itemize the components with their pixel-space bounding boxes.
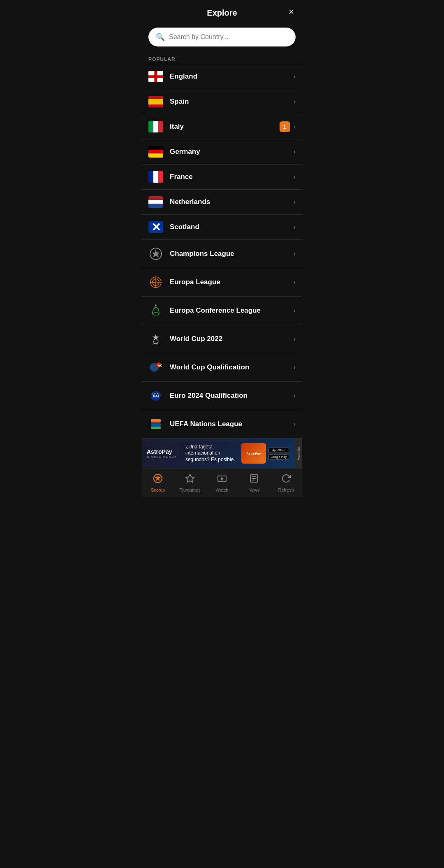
item-name: UEFA Nations League xyxy=(170,420,294,428)
item-name: Europa League xyxy=(170,278,294,286)
chevron-right-icon: › xyxy=(294,173,296,181)
list-item[interactable]: Spain › xyxy=(142,89,302,114)
chevron-right-icon: › xyxy=(294,250,296,258)
chevron-right-icon: › xyxy=(294,279,296,286)
svg-point-8 xyxy=(155,304,157,306)
scores-icon xyxy=(153,473,163,486)
svg-marker-22 xyxy=(186,474,194,482)
list-item[interactable]: UEFA Nations League › xyxy=(142,410,302,439)
refresh-icon xyxy=(281,473,291,486)
svg-text:2024: 2024 xyxy=(153,395,159,398)
chevron-right-icon: › xyxy=(294,98,296,105)
chevron-right-icon: › xyxy=(294,148,296,155)
item-name: Scotland xyxy=(170,223,294,231)
ad-store-badges: App Store Google Play xyxy=(268,448,289,460)
ad-tagline: SIMPLE MONEY xyxy=(147,455,177,459)
scotland-flag-icon xyxy=(148,221,163,233)
list-item[interactable]: EURO 2024 Euro 2024 Qualification › xyxy=(142,382,302,410)
nav-item-refresh[interactable]: Refresh xyxy=(270,469,302,497)
list-item[interactable]: World Cup 2022 › xyxy=(142,325,302,353)
list-item[interactable]: England › xyxy=(142,64,302,89)
item-name: Germany xyxy=(170,148,294,156)
nav-item-watch[interactable]: Watch xyxy=(206,469,238,497)
list-item[interactable]: Netherlands › xyxy=(142,190,302,215)
england-flag-icon xyxy=(148,71,163,82)
ad-text: ¿Una tarjeta internacional en segundos? … xyxy=(185,444,241,463)
svg-rect-18 xyxy=(151,423,161,427)
item-name: Italy xyxy=(170,123,280,131)
chevron-right-icon: › xyxy=(294,364,296,371)
nav-item-scores[interactable]: Scores xyxy=(142,469,174,497)
item-name: England xyxy=(170,72,294,81)
bottom-navigation: Scores Favourites Watch News xyxy=(142,468,302,497)
euro-2024-icon: EURO 2024 xyxy=(148,388,163,403)
ad-card-image: AstroPay xyxy=(241,443,266,464)
svg-rect-19 xyxy=(151,427,161,429)
item-name: France xyxy=(170,173,294,181)
list-item[interactable]: Europa League › xyxy=(142,268,302,297)
item-name: Champions League xyxy=(170,250,294,258)
world-cup-qual-icon: WC xyxy=(148,360,163,375)
nav-label-favourites: Favourites xyxy=(179,487,200,492)
item-name: Netherlands xyxy=(170,198,294,206)
chevron-right-icon: › xyxy=(294,420,296,428)
world-cup-icon xyxy=(148,332,163,346)
ad-banner[interactable]: AstroPay SIMPLE MONEY ¿Una tarjeta inter… xyxy=(142,439,302,468)
ad-label-container: Publicidad xyxy=(295,439,302,468)
france-flag-icon xyxy=(148,171,163,183)
svg-marker-1 xyxy=(152,250,160,258)
svg-text:WC: WC xyxy=(157,364,162,367)
list-item[interactable]: Europa Conference League › xyxy=(142,297,302,325)
svg-marker-24 xyxy=(221,477,224,480)
svg-rect-10 xyxy=(153,343,158,344)
champions-league-icon xyxy=(148,246,163,261)
europa-league-icon xyxy=(148,275,163,290)
search-input[interactable] xyxy=(169,33,288,41)
nav-label-scores: Scores xyxy=(151,487,165,492)
chevron-right-icon: › xyxy=(294,392,296,399)
search-icon: 🔍 xyxy=(156,32,165,42)
chevron-right-icon: › xyxy=(294,198,296,206)
chevron-right-icon: › xyxy=(294,223,296,231)
explore-header: Explore × xyxy=(142,0,302,24)
close-button[interactable]: × xyxy=(289,7,294,16)
svg-point-6 xyxy=(153,313,159,315)
chevron-right-icon: › xyxy=(294,123,296,130)
italy-badge: 1 xyxy=(280,121,290,132)
svg-rect-17 xyxy=(151,419,161,422)
watch-icon xyxy=(217,473,227,486)
list-item[interactable]: France › xyxy=(142,165,302,190)
list-item[interactable]: WC World Cup Qualification › xyxy=(142,353,302,382)
favourites-icon xyxy=(185,473,195,486)
nav-label-news: News xyxy=(248,487,260,492)
page-title: Explore xyxy=(207,8,237,18)
ad-label: Publicidad xyxy=(297,447,300,460)
item-name: Spain xyxy=(170,97,294,106)
chevron-right-icon: › xyxy=(294,335,296,343)
list-item[interactable]: Germany › xyxy=(142,139,302,165)
country-list: England › Spain › Italy 1 › Germany › Fr… xyxy=(142,64,302,439)
nav-item-favourites[interactable]: Favourites xyxy=(174,469,206,497)
list-item[interactable]: Italy 1 › xyxy=(142,114,302,139)
item-name: Euro 2024 Qualification xyxy=(170,392,294,400)
search-box[interactable]: 🔍 xyxy=(148,28,296,46)
section-label-popular: POPULAR xyxy=(142,53,302,64)
list-item[interactable]: Scotland › xyxy=(142,215,302,240)
chevron-right-icon: › xyxy=(294,307,296,314)
europa-conference-icon xyxy=(148,303,163,318)
item-name: Europa Conference League xyxy=(170,306,294,315)
item-name: World Cup 2022 xyxy=(170,335,294,343)
nav-item-news[interactable]: News xyxy=(238,469,270,497)
nav-label-refresh: Refresh xyxy=(278,487,294,492)
chevron-right-icon: › xyxy=(294,73,296,80)
nav-label-watch: Watch xyxy=(216,487,229,492)
svg-marker-21 xyxy=(155,475,161,481)
search-container: 🔍 xyxy=(142,24,302,53)
italy-flag-icon xyxy=(148,121,163,132)
nations-league-icon xyxy=(148,417,163,432)
netherlands-flag-icon xyxy=(148,196,163,208)
list-item[interactable]: Champions League › xyxy=(142,240,302,268)
spain-flag-icon xyxy=(148,96,163,107)
news-icon xyxy=(249,473,259,486)
item-name: World Cup Qualification xyxy=(170,363,294,371)
